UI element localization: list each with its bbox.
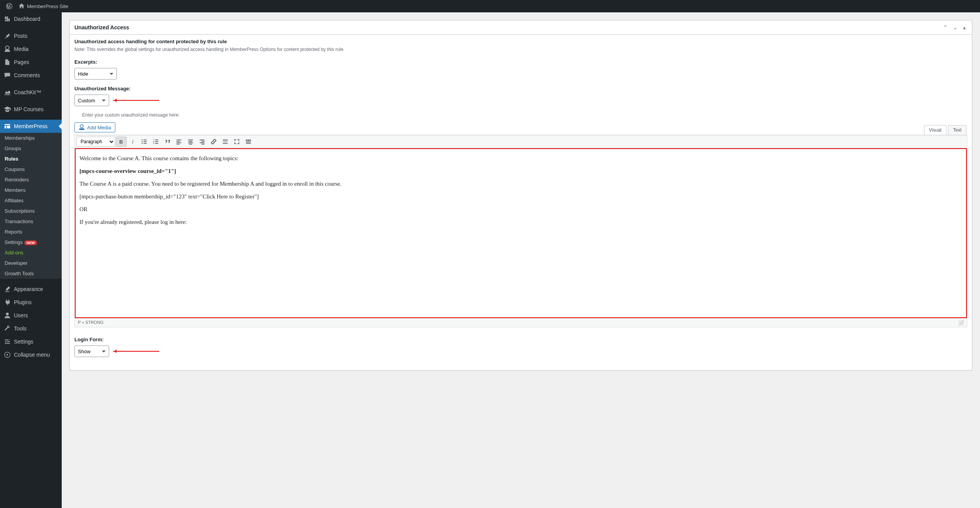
- submenu-reports[interactable]: Reports: [0, 227, 62, 237]
- quote-button[interactable]: [162, 137, 173, 147]
- fullscreen-button[interactable]: [231, 137, 242, 147]
- menu-settings[interactable]: Settings: [0, 335, 62, 348]
- sliders-icon: [4, 338, 11, 345]
- editor-paragraph: OR: [79, 206, 962, 213]
- link-button[interactable]: [208, 137, 219, 147]
- menu-coachkit[interactable]: CoachKit™: [0, 86, 62, 99]
- login-form-label: Login Form:: [74, 337, 967, 342]
- svg-rect-15: [177, 141, 180, 142]
- menu-posts[interactable]: Posts: [0, 29, 62, 42]
- submenu-memberships[interactable]: Memberships: [0, 133, 62, 143]
- media-icon: [4, 46, 11, 52]
- wp-logo[interactable]: [3, 3, 15, 9]
- brush-icon: [4, 286, 11, 293]
- menu-comments[interactable]: Comments: [0, 69, 62, 82]
- panel-body: Unauthorized access handling for content…: [70, 35, 972, 370]
- collapse-icon: [4, 351, 11, 358]
- add-media-button[interactable]: Add Media: [74, 122, 115, 132]
- italic-button[interactable]: I: [127, 137, 138, 147]
- svg-point-4: [142, 141, 143, 142]
- svg-rect-21: [189, 144, 192, 144]
- editor-tab-text[interactable]: Text: [948, 125, 967, 135]
- menu-media[interactable]: Media: [0, 42, 62, 56]
- submenu-addons[interactable]: Add-ons: [0, 247, 62, 258]
- editor-tab-visual[interactable]: Visual: [924, 125, 946, 135]
- bold-button[interactable]: B: [116, 137, 127, 147]
- editor-shortcode: [mpcs-course-overview course_id="1"]: [79, 168, 962, 174]
- quote-icon: [164, 138, 171, 145]
- menu-collapse[interactable]: Collapse menu: [0, 348, 62, 361]
- menu-pages[interactable]: Pages: [0, 56, 62, 69]
- submenu-members[interactable]: Members: [0, 185, 62, 195]
- submenu-transactions[interactable]: Transactions: [0, 216, 62, 227]
- submenu-affiliates[interactable]: Affiliates: [0, 195, 62, 206]
- svg-rect-28: [223, 142, 228, 142]
- ol-button[interactable]: 123: [150, 137, 161, 147]
- svg-rect-5: [143, 141, 147, 142]
- svg-rect-33: [246, 142, 251, 142]
- menu-dashboard[interactable]: Dashboard: [0, 12, 62, 25]
- panel-move-up-icon[interactable]: ⌃: [941, 23, 949, 32]
- excerpts-label: Excerpts:: [74, 59, 967, 65]
- submenu-reminders[interactable]: Reminders: [0, 174, 62, 185]
- align-right-button[interactable]: [197, 137, 207, 147]
- resize-handle-icon[interactable]: [958, 320, 964, 325]
- graduation-icon: [4, 106, 11, 113]
- memberpress-icon: [4, 123, 11, 130]
- svg-rect-23: [201, 141, 204, 142]
- page-content: Unauthorized Access ⌃ ⌄ ▴ Unauthorized a…: [62, 12, 980, 386]
- editor-topbar: Add Media Visual Text: [74, 120, 967, 135]
- format-select[interactable]: Paragraph: [76, 137, 115, 147]
- site-name-link[interactable]: MemberPress Site: [15, 3, 71, 9]
- submenu-subscriptions[interactable]: Subscriptions: [0, 206, 62, 216]
- svg-rect-30: [246, 140, 248, 141]
- fullscreen-icon: [233, 138, 240, 145]
- menu-appearance[interactable]: Appearance: [0, 283, 62, 296]
- editor-shortcode-line: [mpcs-purchase-button membership_id="123…: [79, 193, 962, 200]
- submenu-groups[interactable]: Groups: [0, 143, 62, 154]
- menu-memberpress[interactable]: MemberPress: [0, 120, 62, 133]
- link-icon: [210, 138, 217, 145]
- submenu-growth-tools[interactable]: Growth Tools: [0, 268, 62, 279]
- editor-body[interactable]: Welcome to the Course A. This course con…: [75, 148, 967, 318]
- menu-tools[interactable]: Tools: [0, 322, 62, 335]
- align-left-icon: [175, 138, 182, 145]
- submenu-settings[interactable]: SettingsNEW: [0, 237, 62, 247]
- svg-rect-32: [250, 140, 251, 141]
- menu-users[interactable]: Users: [0, 309, 62, 322]
- svg-rect-18: [188, 140, 193, 141]
- svg-rect-29: [223, 143, 228, 144]
- toolbar-toggle-button[interactable]: [243, 137, 254, 147]
- unauth-msg-label: Unauthorized Message:: [74, 86, 967, 91]
- home-icon: [19, 3, 25, 9]
- svg-rect-26: [223, 140, 228, 141]
- align-left-button[interactable]: [174, 137, 184, 147]
- menu-plugins[interactable]: Plugins: [0, 296, 62, 309]
- svg-rect-20: [188, 142, 193, 143]
- ul-button[interactable]: [139, 137, 150, 147]
- site-name-text: MemberPress Site: [27, 3, 68, 9]
- menu-mp-courses[interactable]: MP Courses: [0, 103, 62, 116]
- excerpts-select[interactable]: Hide: [74, 68, 117, 80]
- more-button[interactable]: [220, 137, 231, 147]
- svg-rect-31: [248, 140, 249, 141]
- svg-rect-17: [177, 144, 180, 144]
- svg-rect-13: [155, 143, 158, 144]
- submenu-developer[interactable]: Developer: [0, 258, 62, 268]
- align-right-icon: [199, 138, 206, 145]
- svg-rect-22: [200, 140, 205, 141]
- new-badge: NEW: [24, 240, 37, 245]
- align-center-button[interactable]: [185, 137, 196, 147]
- panel-toggle-icon[interactable]: ▴: [961, 23, 967, 32]
- submenu-rules[interactable]: Rules: [0, 154, 62, 164]
- submenu-coupons[interactable]: Coupons: [0, 164, 62, 174]
- kitchensink-icon: [245, 138, 252, 145]
- media-icon: [79, 124, 85, 130]
- wrench-icon: [4, 325, 11, 332]
- login-form-select[interactable]: Show: [74, 345, 109, 357]
- unauth-msg-select[interactable]: Custom: [74, 95, 109, 106]
- panel-move-down-icon[interactable]: ⌄: [951, 23, 959, 32]
- panel-header: Unauthorized Access ⌃ ⌄ ▴: [70, 20, 972, 35]
- svg-point-0: [6, 313, 8, 315]
- custom-msg-hint: Enter your custom unauthorized message h…: [74, 112, 967, 118]
